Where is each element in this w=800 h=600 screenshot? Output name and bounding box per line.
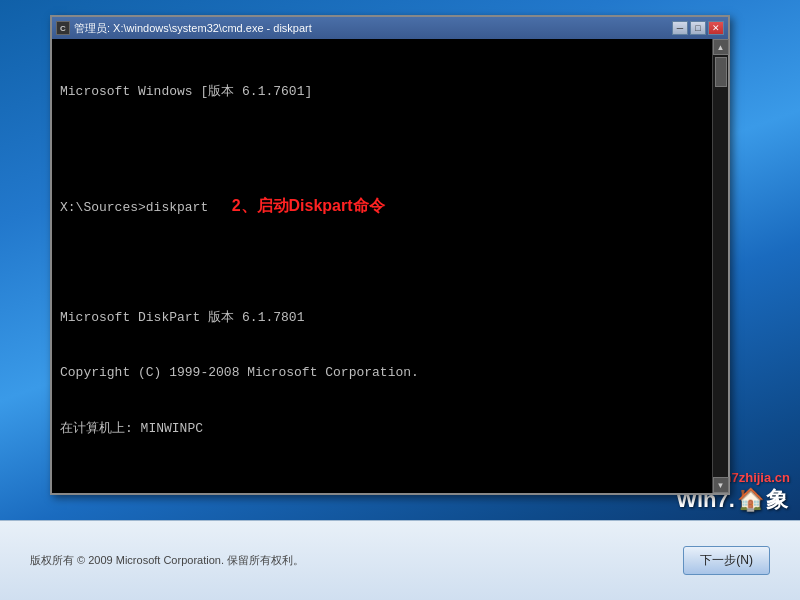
- cmd-line-3: X:\Sources>diskpart 2、启动Diskpart命令: [60, 194, 704, 218]
- cmd-title-left: C 管理员: X:\windows\system32\cmd.exe - dis…: [56, 21, 312, 36]
- cmd-annotation: 2、启动Diskpart命令: [232, 197, 385, 214]
- cmd-icon: C: [56, 21, 70, 35]
- cmd-line-1: Microsoft Windows [版本 6.1.7601]: [60, 83, 704, 102]
- cmd-body: Microsoft Windows [版本 6.1.7601] X:\Sourc…: [52, 39, 728, 493]
- cmd-controls: ─ □ ✕: [672, 21, 724, 35]
- cmd-line-2: [60, 139, 704, 158]
- cmd-titlebar: C 管理员: X:\windows\system32\cmd.exe - dis…: [52, 17, 728, 39]
- cmd-prompt-1: X:\Sources>diskpart: [60, 200, 208, 215]
- cmd-line-8: [60, 475, 704, 493]
- cmd-line-4: [60, 254, 704, 273]
- maximize-button[interactable]: □: [690, 21, 706, 35]
- close-button[interactable]: ✕: [708, 21, 724, 35]
- watermark-logo-suffix: 象: [766, 485, 788, 515]
- cmd-window: C 管理员: X:\windows\system32\cmd.exe - dis…: [50, 15, 730, 495]
- setup-copyright-text: 版权所有 © 2009 Microsoft Corporation. 保留所有权…: [30, 553, 304, 568]
- cmd-scrollbar: ▲ ▼: [712, 39, 728, 493]
- setup-bar: 版权所有 © 2009 Microsoft Corporation. 保留所有权…: [0, 520, 800, 600]
- minimize-button[interactable]: ─: [672, 21, 688, 35]
- cmd-content: Microsoft Windows [版本 6.1.7601] X:\Sourc…: [52, 39, 712, 493]
- next-button[interactable]: 下一步(N): [683, 546, 770, 575]
- scrollbar-down-arrow[interactable]: ▼: [713, 477, 729, 493]
- cmd-line-7: 在计算机上: MINWINPC: [60, 420, 704, 439]
- scrollbar-up-arrow[interactable]: ▲: [713, 39, 729, 55]
- cmd-line-5: Microsoft DiskPart 版本 6.1.7801: [60, 309, 704, 328]
- cmd-title-text: 管理员: X:\windows\system32\cmd.exe - diskp…: [74, 21, 312, 36]
- cmd-icon-label: C: [60, 24, 66, 33]
- cmd-line-6: Copyright (C) 1999-2008 Microsoft Corpor…: [60, 364, 704, 383]
- scrollbar-thumb[interactable]: [715, 57, 727, 87]
- watermark-logo-icon: 🏠: [737, 487, 764, 513]
- desktop: C 管理员: X:\windows\system32\cmd.exe - dis…: [0, 0, 800, 600]
